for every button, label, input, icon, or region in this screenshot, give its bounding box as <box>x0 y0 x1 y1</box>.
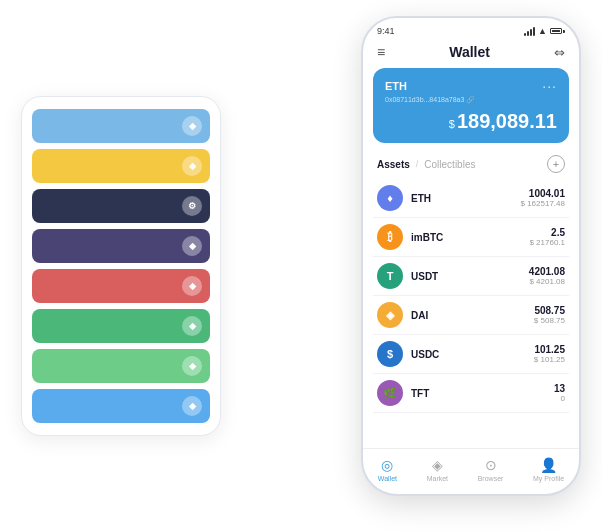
asset-usd: $ 4201.08 <box>529 277 565 286</box>
signal-icon <box>524 27 535 36</box>
status-bar: 9:41 ▲ <box>363 18 579 40</box>
asset-row[interactable]: ◈DAI508.75$ 508.75 <box>373 296 569 335</box>
nav-item-market[interactable]: ◈Market <box>427 457 448 482</box>
asset-info-imbtc: imBTC <box>411 232 521 243</box>
assets-tabs: Assets / Collectibles <box>377 159 475 170</box>
tab-collectibles[interactable]: Collectibles <box>424 159 475 170</box>
asset-name: USDC <box>411 349 526 360</box>
scene: ◆◆⚙◆◆◆◆◆ 9:41 ▲ ≡ Wallet <box>21 16 581 516</box>
asset-info-usdt: USDT <box>411 271 521 282</box>
asset-name: ETH <box>411 193 513 204</box>
eth-balance: $189,089.11 <box>385 110 557 133</box>
asset-icon-eth: ♦ <box>377 185 403 211</box>
bottom-nav: ◎Wallet◈Market⊙Browser👤My Profile <box>363 448 579 494</box>
asset-list: ♦ETH1004.01$ 162517.48₿imBTC2.5$ 21760.1… <box>363 179 579 448</box>
eth-options[interactable]: ··· <box>542 78 557 94</box>
battery-icon <box>550 28 565 34</box>
eth-card-header: ETH ··· <box>385 78 557 94</box>
card-icon: ◆ <box>182 356 202 376</box>
asset-icon-usdc: $ <box>377 341 403 367</box>
card-icon: ◆ <box>182 156 202 176</box>
asset-usd: $ 162517.48 <box>521 199 566 208</box>
card-icon: ◆ <box>182 316 202 336</box>
asset-name: TFT <box>411 388 546 399</box>
asset-name: USDT <box>411 271 521 282</box>
page-title: Wallet <box>449 44 490 60</box>
asset-info-tft: TFT <box>411 388 546 399</box>
card-icon: ◆ <box>182 116 202 136</box>
nav-label: Market <box>427 475 448 482</box>
nav-icon: ◎ <box>381 457 393 473</box>
asset-icon-imbtc: ₿ <box>377 224 403 250</box>
asset-amount: 2.5 <box>529 227 565 238</box>
asset-values: 1004.01$ 162517.48 <box>521 188 566 208</box>
add-asset-button[interactable]: + <box>547 155 565 173</box>
asset-amount: 508.75 <box>534 305 565 316</box>
asset-values: 130 <box>554 383 565 403</box>
nav-icon: ◈ <box>432 457 443 473</box>
tab-divider: / <box>416 159 419 169</box>
asset-row[interactable]: $USDC101.25$ 101.25 <box>373 335 569 374</box>
nav-label: My Profile <box>533 475 564 482</box>
asset-name: imBTC <box>411 232 521 243</box>
eth-card[interactable]: ETH ··· 0x08711d3b...8418a78a3 🔗 $189,08… <box>373 68 569 143</box>
asset-amount: 101.25 <box>534 344 565 355</box>
phone-frame: 9:41 ▲ ≡ Wallet ⇔ <box>361 16 581 496</box>
card-item[interactable]: ⚙ <box>32 189 210 223</box>
asset-row[interactable]: TUSDT4201.08$ 4201.08 <box>373 257 569 296</box>
eth-label: ETH <box>385 80 407 92</box>
time-display: 9:41 <box>377 26 395 36</box>
card-item[interactable]: ◆ <box>32 269 210 303</box>
asset-row[interactable]: ₿imBTC2.5$ 21760.1 <box>373 218 569 257</box>
asset-amount: 1004.01 <box>521 188 566 199</box>
asset-icon-dai: ◈ <box>377 302 403 328</box>
nav-item-browser[interactable]: ⊙Browser <box>478 457 504 482</box>
nav-label: Browser <box>478 475 504 482</box>
asset-row[interactable]: ♦ETH1004.01$ 162517.48 <box>373 179 569 218</box>
asset-row[interactable]: 🌿TFT130 <box>373 374 569 413</box>
nav-label: Wallet <box>378 475 397 482</box>
asset-info-dai: DAI <box>411 310 526 321</box>
eth-currency-symbol: $ <box>449 118 455 130</box>
asset-usd: $ 101.25 <box>534 355 565 364</box>
asset-info-usdc: USDC <box>411 349 526 360</box>
nav-icon: 👤 <box>540 457 557 473</box>
card-item[interactable]: ◆ <box>32 109 210 143</box>
asset-usd: $ 21760.1 <box>529 238 565 247</box>
card-icon: ◆ <box>182 276 202 296</box>
asset-usd: 0 <box>554 394 565 403</box>
card-icon: ◆ <box>182 396 202 416</box>
asset-values: 2.5$ 21760.1 <box>529 227 565 247</box>
phone-header: ≡ Wallet ⇔ <box>363 40 579 68</box>
asset-icon-usdt: T <box>377 263 403 289</box>
status-icons: ▲ <box>524 26 565 36</box>
asset-usd: $ 508.75 <box>534 316 565 325</box>
asset-info-eth: ETH <box>411 193 513 204</box>
card-item[interactable]: ◆ <box>32 309 210 343</box>
eth-address: 0x08711d3b...8418a78a3 🔗 <box>385 96 557 104</box>
asset-amount: 4201.08 <box>529 266 565 277</box>
card-icon: ⚙ <box>182 196 202 216</box>
menu-icon[interactable]: ≡ <box>377 44 385 60</box>
nav-icon: ⊙ <box>485 457 497 473</box>
card-item[interactable]: ◆ <box>32 389 210 423</box>
asset-amount: 13 <box>554 383 565 394</box>
tab-assets[interactable]: Assets <box>377 159 410 170</box>
asset-values: 508.75$ 508.75 <box>534 305 565 325</box>
card-item[interactable]: ◆ <box>32 229 210 263</box>
card-stack: ◆◆⚙◆◆◆◆◆ <box>21 96 221 436</box>
card-icon: ◆ <box>182 236 202 256</box>
card-item[interactable]: ◆ <box>32 149 210 183</box>
asset-values: 4201.08$ 4201.08 <box>529 266 565 286</box>
nav-item-my-profile[interactable]: 👤My Profile <box>533 457 564 482</box>
wifi-icon: ▲ <box>538 26 547 36</box>
asset-name: DAI <box>411 310 526 321</box>
expand-icon[interactable]: ⇔ <box>554 45 565 60</box>
card-item[interactable]: ◆ <box>32 349 210 383</box>
asset-values: 101.25$ 101.25 <box>534 344 565 364</box>
nav-item-wallet[interactable]: ◎Wallet <box>378 457 397 482</box>
asset-icon-tft: 🌿 <box>377 380 403 406</box>
assets-header: Assets / Collectibles + <box>363 151 579 179</box>
